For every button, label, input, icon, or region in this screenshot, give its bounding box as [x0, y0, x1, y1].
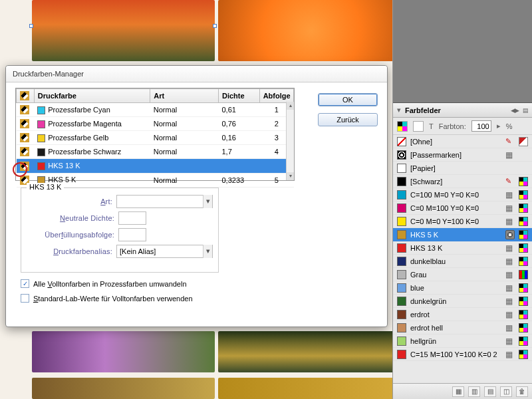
chevron-down-icon: ▾ — [397, 106, 401, 114]
swatch-type-icon — [505, 190, 515, 200]
swatch-box — [397, 150, 406, 160]
chk1-label: Alle Volltonfarben in Prozessfarben umwa… — [33, 280, 187, 288]
ink-art: Normal — [150, 145, 219, 159]
tint-spinner-icon[interactable]: ▸ — [497, 122, 501, 130]
delete-swatch-icon[interactable]: 🗑 — [516, 386, 528, 397]
chevron-down-icon: ▾ — [203, 245, 212, 258]
col-icon[interactable] — [17, 89, 35, 103]
swatch-name: erdrot — [410, 311, 501, 319]
swatch-box — [397, 230, 406, 239]
swatch-row[interactable]: C=100 M=0 Y=0 K=0 — [393, 188, 532, 201]
art-dropdown[interactable]: ▾ — [116, 195, 213, 208]
bg-photo-1 — [32, 0, 215, 61]
bg-photo-4 — [218, 331, 404, 372]
panel-empty-area — [393, 0, 532, 103]
ink-row[interactable]: Prozessfarbe Magenta Normal 0,76 2 — [17, 117, 294, 131]
ink-settings-fieldset: HKS 13 K Art: ▾ Neutrale Dichte: Überfül… — [21, 188, 219, 273]
ok-button[interactable]: OK — [318, 93, 378, 106]
swatch-row[interactable]: Grau — [393, 268, 532, 281]
ink-dichte: 0,76 — [219, 117, 260, 131]
new-swatch-icon[interactable]: ◫ — [500, 386, 512, 397]
fieldset-legend: HKS 13 K — [27, 183, 64, 191]
swatch-row[interactable]: HKS 5 K — [393, 228, 532, 241]
swatch-list[interactable]: [Ohne] [Passermarken] [Papier] [Schwarz]… — [393, 135, 532, 383]
panel-collapse-icon[interactable]: ◀▶ — [511, 107, 519, 114]
swatch-name: C=0 M=0 Y=100 K=0 — [410, 217, 501, 225]
swatch-type-icon — [505, 164, 515, 173]
swatch-row[interactable]: erdrot hell — [393, 321, 532, 334]
swatch-box — [397, 283, 406, 293]
swatch-row[interactable]: [Passermarken] — [393, 148, 532, 162]
col-dichte[interactable]: Dichte — [219, 89, 260, 103]
checkbox-checked[interactable]: ✓ — [21, 279, 29, 288]
selection-handle[interactable] — [29, 24, 33, 28]
swatch-list-small-icon[interactable]: ▥ — [468, 386, 480, 397]
swatch-mode-icon — [519, 310, 528, 319]
swatch-name: [Ohne] — [410, 138, 501, 146]
tint-input[interactable] — [471, 120, 491, 132]
col-ink[interactable]: Druckfarbe — [34, 89, 150, 103]
ink-row[interactable]: Prozessfarbe Cyan Normal 0,61 1 — [17, 103, 294, 117]
swatch-toolbar: T Farbton: ▸ % — [393, 118, 532, 135]
alias-dropdown[interactable]: [Kein Alias]▾ — [116, 245, 213, 258]
ink-row[interactable]: Prozessfarbe Gelb Normal 0,16 3 — [17, 131, 294, 145]
swatch-type-icon — [505, 270, 515, 279]
type-icon[interactable]: T — [429, 122, 434, 130]
swatches-panel: ▾ Farbfelder ◀▶ ▤ T Farbton: ▸ % [Ohne] … — [392, 0, 532, 399]
swatch-mode-icon — [519, 177, 528, 186]
swatch-row[interactable]: dunkelblau — [393, 255, 532, 268]
ueberf-input[interactable] — [118, 228, 146, 241]
swatch-row[interactable]: blue — [393, 281, 532, 295]
table-scrollbar[interactable]: ▴▾ — [286, 102, 294, 180]
bg-photo-3 — [32, 331, 215, 372]
swatch-row[interactable]: erdrot — [393, 308, 532, 321]
swatch-list-large-icon[interactable]: ▤ — [484, 386, 496, 397]
swatch-box — [397, 350, 406, 359]
swatch-row[interactable]: [Papier] — [393, 162, 532, 175]
swatch-type-icon — [505, 297, 515, 306]
use-standard-lab-row[interactable]: Standard-Lab-Werte für Volltonfarben ver… — [21, 294, 193, 303]
swatch-name: C=0 M=100 Y=0 K=0 — [410, 204, 501, 212]
swatch-mode-icon — [519, 150, 528, 160]
swatch-row[interactable]: [Ohne] — [393, 135, 532, 148]
swatch-thumbs-icon[interactable]: ▦ — [452, 386, 464, 397]
ink-art: Normal — [150, 173, 219, 187]
swatch-name: C=100 M=0 Y=0 K=0 — [410, 191, 501, 199]
col-art[interactable]: Art — [150, 89, 219, 103]
ink-row-icon — [20, 105, 29, 114]
swatch-row[interactable]: C=15 M=100 Y=100 K=0 2 — [393, 348, 532, 361]
swatch-type-icon — [505, 230, 515, 239]
dichte-input[interactable] — [118, 211, 146, 225]
ink-swatch — [37, 120, 45, 128]
ink-dichte: 0,61 — [219, 103, 260, 117]
col-abfolge[interactable]: Abfolge — [259, 89, 293, 103]
panel-header[interactable]: ▾ Farbfelder ◀▶ ▤ — [393, 103, 532, 118]
selection-handle[interactable] — [213, 24, 217, 28]
swatch-mode-icon — [519, 243, 528, 253]
swatch-row[interactable]: HKS 13 K — [393, 241, 532, 255]
swatch-box — [397, 310, 406, 319]
art-label: Art: — [21, 198, 112, 205]
swatch-mode-icon — [519, 323, 528, 332]
ink-row[interactable]: HKS 13 K — [17, 159, 294, 173]
ink-row[interactable]: Prozessfarbe Schwarz Normal 1,7 4 — [17, 145, 294, 159]
ink-art — [150, 159, 219, 173]
swatch-type-icon — [505, 243, 515, 253]
back-button[interactable]: Zurück — [318, 113, 378, 126]
swatch-box — [397, 137, 406, 146]
swatch-row[interactable]: [Schwarz] — [393, 175, 532, 188]
panel-menu-icon[interactable]: ▤ — [523, 107, 528, 114]
swatch-row[interactable]: hellgrün — [393, 334, 532, 348]
swatch-row[interactable]: C=0 M=100 Y=0 K=0 — [393, 201, 532, 215]
show-color-swatches-icon[interactable] — [413, 121, 424, 132]
swatch-type-icon — [505, 323, 515, 332]
convert-spot-to-process-row[interactable]: ✓ Alle Volltonfarben in Prozessfarben um… — [21, 279, 187, 288]
checkbox-unchecked[interactable] — [21, 294, 29, 303]
swatch-box — [397, 164, 406, 173]
ink-dichte — [219, 159, 260, 173]
show-all-swatches-icon[interactable] — [397, 121, 408, 132]
swatch-mode-icon — [519, 230, 528, 239]
panel-footer: ▦ ▥ ▤ ◫ 🗑 — [393, 383, 532, 399]
swatch-row[interactable]: dunkelgrün — [393, 295, 532, 308]
swatch-row[interactable]: C=0 M=0 Y=100 K=0 — [393, 215, 532, 228]
